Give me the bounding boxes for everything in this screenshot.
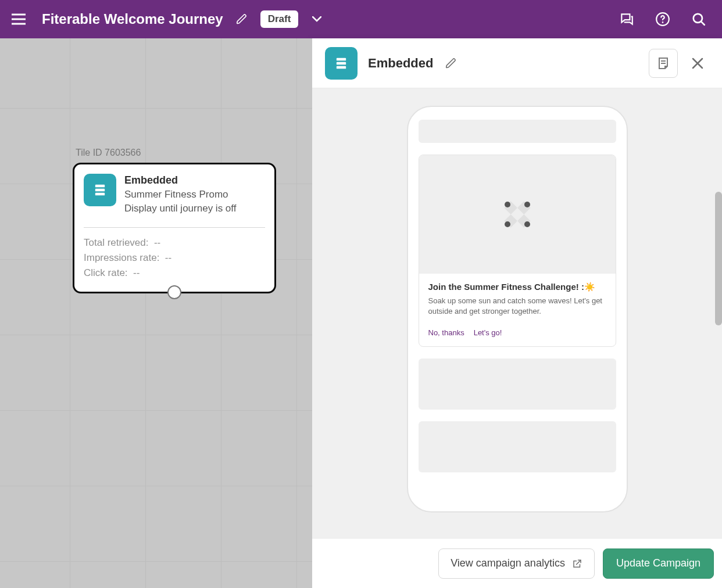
- svg-rect-3: [95, 185, 105, 188]
- panel-scrollbar[interactable]: [715, 192, 722, 325]
- detail-panel: Embedded: [312, 38, 722, 588]
- svg-rect-6: [337, 58, 346, 60]
- panel-body: Join the Summer Fitness Challenge! :☀️ S…: [312, 88, 722, 538]
- preview-card-body: Soak up some sun and catch some waves! L…: [428, 296, 606, 317]
- preview-card-image: [419, 155, 616, 274]
- help-icon[interactable]: [650, 6, 675, 32]
- panel-title: Embedded: [368, 56, 433, 71]
- preview-card: Join the Summer Fitness Challenge! :☀️ S…: [419, 155, 616, 347]
- notes-button[interactable]: [649, 49, 678, 78]
- skeleton-placeholder: [419, 120, 616, 143]
- conversations-icon[interactable]: [614, 6, 639, 32]
- panel-footer: View campaign analytics Update Campaign: [312, 538, 722, 588]
- svg-rect-7: [337, 62, 346, 64]
- tile-card[interactable]: Embedded Summer Fitness Promo Display un…: [73, 163, 276, 293]
- update-campaign-label: Update Campaign: [616, 557, 700, 569]
- tile-type-label: Embedded: [124, 174, 236, 187]
- tile-name: Summer Fitness Promo: [124, 189, 236, 200]
- tile-stat-total-retrieved: Total retrieved: --: [84, 237, 265, 249]
- view-analytics-button[interactable]: View campaign analytics: [438, 548, 595, 579]
- search-icon[interactable]: [686, 6, 712, 32]
- svg-rect-4: [95, 189, 105, 192]
- svg-rect-8: [337, 66, 346, 69]
- edit-panel-title-icon[interactable]: [442, 55, 460, 72]
- embedded-icon: [84, 174, 116, 206]
- view-analytics-label: View campaign analytics: [451, 557, 565, 569]
- close-icon[interactable]: [686, 52, 709, 75]
- loading-icon: [498, 195, 537, 234]
- top-bar: Fiterable Welcome Journey Draft: [0, 0, 722, 38]
- external-link-icon: [572, 558, 582, 569]
- tile-output-node[interactable]: [167, 285, 181, 299]
- journey-title: Fiterable Welcome Journey: [42, 11, 223, 27]
- tile-id-label: Tile ID 7603566: [76, 148, 141, 158]
- tile-display-rule: Display until journey is off: [124, 203, 236, 214]
- preview-card-action-secondary[interactable]: No, thanks: [428, 328, 464, 337]
- skeleton-placeholder: [419, 421, 616, 472]
- panel-header: Embedded: [312, 38, 722, 88]
- embedded-icon: [325, 47, 358, 80]
- preview-card-title: Join the Summer Fitness Challenge! :☀️: [428, 282, 606, 292]
- edit-title-icon[interactable]: [234, 11, 250, 27]
- skeleton-placeholder: [419, 358, 616, 410]
- svg-rect-5: [95, 193, 105, 196]
- update-campaign-button[interactable]: Update Campaign: [603, 548, 714, 579]
- tile-stat-impressions-rate: Impressions rate: --: [84, 252, 265, 264]
- hamburger-menu-icon[interactable]: [6, 6, 31, 32]
- phone-preview: Join the Summer Fitness Challenge! :☀️ S…: [407, 106, 628, 512]
- journey-canvas[interactable]: Tile ID 7603566 Embedded Summer Fitness …: [0, 38, 312, 588]
- preview-card-action-primary[interactable]: Let's go!: [474, 328, 502, 337]
- tile-stat-click-rate: Click rate: --: [84, 267, 265, 279]
- svg-point-1: [662, 21, 664, 23]
- status-badge: Draft: [260, 10, 299, 28]
- status-chevron-down-icon[interactable]: [309, 11, 325, 27]
